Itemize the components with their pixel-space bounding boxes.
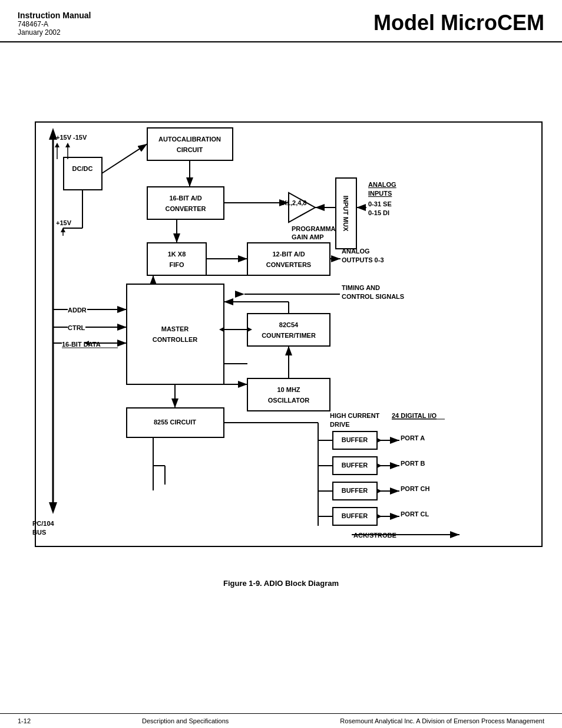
svg-rect-19 [147, 128, 233, 160]
svg-text:8255 CIRCUIT: 8255 CIRCUIT [154, 419, 196, 426]
svg-text:0-15 DI: 0-15 DI [368, 209, 389, 216]
svg-rect-23 [147, 187, 224, 219]
svg-text:PORT CH: PORT CH [401, 485, 430, 492]
svg-text:82C54: 82C54 [279, 321, 299, 328]
svg-text:ANALOG: ANALOG [342, 248, 370, 255]
svg-text:BUFFER: BUFFER [342, 487, 368, 494]
block-diagram: .block-rect { fill: white; stroke: black… [0, 42, 562, 573]
svg-text:+15V: +15V [56, 219, 72, 226]
svg-text:TIMING AND: TIMING AND [342, 284, 380, 291]
svg-text:CONTROL SIGNALS: CONTROL SIGNALS [342, 293, 404, 300]
svg-text:PORT A: PORT A [401, 434, 425, 442]
svg-text:BUFFER: BUFFER [342, 462, 368, 469]
svg-text:GAIN AMP: GAIN AMP [292, 233, 324, 241]
svg-marker-95 [377, 438, 382, 443]
svg-text:12-BIT A/D: 12-BIT A/D [272, 251, 305, 258]
svg-marker-27 [289, 193, 315, 222]
svg-text:BUS: BUS [32, 529, 46, 536]
svg-text:DRIVE: DRIVE [330, 421, 350, 428]
svg-text:+15V  -15V: +15V -15V [56, 134, 87, 141]
svg-marker-9 [55, 143, 59, 147]
svg-text:24 DIGITAL I/O: 24 DIGITAL I/O [392, 412, 437, 419]
date: January 2002 [18, 28, 91, 37]
svg-marker-6 [49, 502, 57, 514]
svg-text:CONVERTERS: CONVERTERS [266, 261, 311, 268]
svg-text:INPUT MUX: INPUT MUX [342, 196, 349, 232]
svg-text:CONTROLLER: CONTROLLER [153, 336, 197, 343]
svg-rect-15 [64, 157, 102, 190]
svg-text:0-31 SE: 0-31 SE [368, 200, 392, 207]
svg-text:INPUTS: INPUTS [368, 190, 392, 197]
svg-text:AUTOCALIBRATION: AUTOCALIBRATION [158, 136, 221, 143]
svg-text:COUNTER/TIMER: COUNTER/TIMER [262, 332, 316, 339]
model-name: Model MicroCEM [373, 11, 544, 35]
svg-text:ADDR: ADDR [68, 307, 87, 314]
footer-section: Description and Specifications [142, 717, 229, 724]
svg-text:HIGH CURRENT: HIGH CURRENT [330, 412, 380, 419]
svg-text:PORT CL: PORT CL [401, 510, 429, 518]
svg-rect-44 [247, 243, 330, 275]
svg-text:PORT B: PORT B [401, 460, 425, 467]
svg-marker-110 [377, 514, 382, 519]
diagram-area: .block-rect { fill: white; stroke: black… [0, 42, 562, 573]
svg-line-22 [102, 144, 147, 173]
footer-page-number: 1-12 [18, 717, 31, 724]
svg-rect-54 [127, 284, 224, 384]
svg-text:BUFFER: BUFFER [342, 512, 368, 519]
svg-text:MASTER: MASTER [161, 325, 189, 332]
svg-rect-77 [247, 378, 330, 411]
footer-company: Rosemount Analytical Inc. A Division of … [340, 717, 544, 724]
header-right: Model MicroCEM [373, 11, 544, 35]
svg-text:FIFO: FIFO [169, 261, 184, 268]
svg-text:ANALOG: ANALOG [368, 181, 396, 188]
svg-text:CIRCUIT: CIRCUIT [177, 146, 203, 153]
svg-rect-65 [247, 314, 330, 346]
svg-text:BUFFER: BUFFER [342, 436, 368, 443]
svg-text:16-BIT DATA: 16-BIT DATA [62, 341, 101, 348]
page-header: Instruction Manual 748467-A January 2002… [0, 0, 562, 42]
svg-marker-105 [377, 489, 382, 493]
svg-text:CTRL: CTRL [68, 324, 85, 331]
svg-text:OUTPUTS 0-3: OUTPUTS 0-3 [342, 256, 384, 263]
svg-text:OSCILLATOR: OSCILLATOR [268, 397, 310, 404]
svg-text:DC/DC: DC/DC [72, 165, 93, 172]
manual-title: Instruction Manual [18, 11, 91, 20]
part-number: 748467-A [18, 20, 91, 28]
svg-marker-100 [377, 463, 382, 468]
header-left: Instruction Manual 748467-A January 2002 [18, 11, 91, 37]
figure-caption: Figure 1-9. ADIO Block Diagram [0, 573, 562, 594]
svg-text:10 MHZ: 10 MHZ [277, 386, 300, 393]
svg-text:16-BIT A/D: 16-BIT A/D [169, 195, 201, 202]
svg-marker-11 [65, 143, 70, 147]
svg-text:1K X8: 1K X8 [168, 251, 186, 258]
svg-text:CONVERTER: CONVERTER [165, 205, 206, 212]
page-footer: 1-12 Description and Specifications Rose… [0, 713, 562, 728]
svg-rect-40 [147, 243, 206, 275]
